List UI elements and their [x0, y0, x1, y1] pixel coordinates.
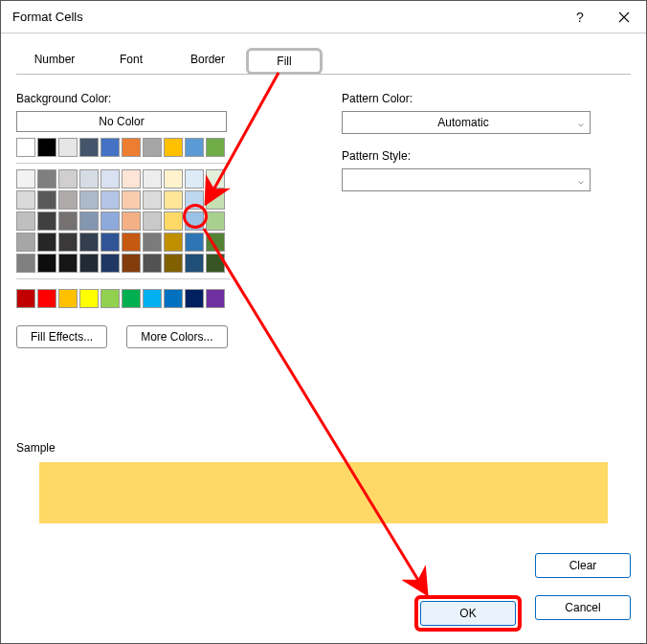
fill-left-pane: Background Color: No Color Fill Effects.…: [16, 92, 303, 348]
sample-preview: [39, 462, 608, 523]
no-color-button[interactable]: No Color: [16, 111, 227, 132]
color-swatch[interactable]: [37, 190, 56, 210]
color-swatch[interactable]: [79, 190, 99, 210]
color-swatch[interactable]: [79, 254, 99, 273]
color-swatch[interactable]: [185, 289, 204, 308]
pattern-color-label: Pattern Color:: [342, 92, 631, 105]
cancel-button[interactable]: Cancel: [535, 595, 631, 620]
color-swatch[interactable]: [37, 233, 56, 252]
help-button[interactable]: ?: [558, 1, 602, 33]
color-swatch[interactable]: [143, 233, 162, 252]
color-swatch[interactable]: [16, 289, 35, 308]
color-swatch[interactable]: [58, 233, 78, 252]
color-swatch[interactable]: [58, 138, 78, 157]
color-swatch[interactable]: [100, 254, 120, 273]
color-swatch[interactable]: [100, 233, 120, 252]
ok-button[interactable]: OK: [420, 601, 516, 626]
pattern-color-value: Automatic: [348, 116, 578, 129]
color-swatch[interactable]: [79, 169, 99, 189]
color-swatch[interactable]: [164, 138, 183, 157]
color-swatch[interactable]: [164, 190, 183, 210]
color-swatch[interactable]: [185, 211, 204, 231]
color-swatch[interactable]: [16, 233, 35, 252]
sample-section: Sample: [16, 441, 631, 523]
tab-bar: Number Font Border Fill: [16, 47, 631, 75]
color-swatch[interactable]: [79, 289, 99, 308]
tab-border[interactable]: Border: [169, 48, 246, 75]
color-swatch[interactable]: [37, 211, 56, 231]
color-swatch[interactable]: [16, 190, 35, 210]
color-swatch[interactable]: [185, 190, 204, 210]
color-swatch[interactable]: [16, 254, 35, 273]
chevron-down-icon: ⌵: [578, 175, 584, 186]
tab-number[interactable]: Number: [16, 48, 93, 75]
color-swatch[interactable]: [100, 211, 120, 231]
color-swatch[interactable]: [79, 138, 99, 157]
color-swatch[interactable]: [143, 169, 162, 189]
color-swatch[interactable]: [206, 289, 225, 308]
color-swatch[interactable]: [143, 289, 162, 308]
color-swatch[interactable]: [58, 289, 78, 308]
tab-font[interactable]: Font: [93, 48, 169, 75]
color-swatch[interactable]: [164, 289, 183, 308]
more-colors-button[interactable]: More Colors...: [126, 325, 227, 348]
color-swatch[interactable]: [58, 190, 78, 210]
color-swatch[interactable]: [206, 211, 225, 231]
color-swatch[interactable]: [37, 289, 56, 308]
ok-annotation: OK: [414, 595, 522, 632]
titlebar: Format Cells ?: [1, 1, 646, 33]
color-swatch[interactable]: [122, 211, 141, 231]
color-swatch[interactable]: [16, 169, 35, 189]
color-swatch[interactable]: [185, 254, 204, 273]
color-swatch[interactable]: [122, 169, 141, 189]
color-swatch[interactable]: [100, 169, 120, 189]
close-button[interactable]: [602, 1, 646, 33]
color-swatch[interactable]: [185, 138, 204, 157]
color-swatch[interactable]: [16, 138, 35, 157]
color-swatch[interactable]: [143, 138, 162, 157]
color-swatch[interactable]: [58, 211, 78, 231]
fill-effects-button[interactable]: Fill Effects...: [16, 325, 107, 348]
color-swatch[interactable]: [164, 254, 183, 273]
background-color-label: Background Color:: [16, 92, 303, 105]
tab-fill[interactable]: Fill: [246, 48, 323, 75]
color-swatch[interactable]: [206, 138, 225, 157]
pattern-style-dropdown[interactable]: ⌵: [342, 168, 591, 191]
fill-right-pane: Pattern Color: Automatic ⌵ Pattern Style…: [342, 92, 631, 348]
color-swatch[interactable]: [122, 289, 141, 308]
color-swatch[interactable]: [143, 254, 162, 273]
close-icon: [618, 11, 630, 23]
color-swatch[interactable]: [37, 138, 56, 157]
color-swatch[interactable]: [122, 254, 141, 273]
color-swatch[interactable]: [143, 190, 162, 210]
dialog-content: Number Font Border Fill Background Color…: [1, 33, 646, 348]
color-swatch[interactable]: [58, 254, 78, 273]
color-swatch[interactable]: [206, 233, 225, 252]
color-swatch[interactable]: [143, 211, 162, 231]
color-swatch[interactable]: [122, 190, 141, 210]
pattern-style-label: Pattern Style:: [342, 149, 631, 163]
color-swatch[interactable]: [206, 190, 225, 210]
color-swatch[interactable]: [37, 169, 56, 189]
color-swatch[interactable]: [58, 169, 78, 189]
color-swatch[interactable]: [164, 169, 183, 189]
color-swatch[interactable]: [206, 169, 225, 189]
color-palette: [16, 138, 231, 308]
color-swatch[interactable]: [185, 169, 204, 189]
pattern-color-dropdown[interactable]: Automatic ⌵: [342, 111, 591, 134]
color-swatch[interactable]: [79, 211, 99, 231]
color-swatch[interactable]: [100, 289, 120, 308]
color-swatch[interactable]: [122, 233, 141, 252]
color-swatch[interactable]: [122, 138, 141, 157]
color-swatch[interactable]: [206, 254, 225, 273]
chevron-down-icon: ⌵: [578, 118, 584, 128]
color-swatch[interactable]: [100, 190, 120, 210]
color-swatch[interactable]: [185, 233, 204, 252]
clear-button[interactable]: Clear: [535, 553, 631, 578]
color-swatch[interactable]: [100, 138, 120, 157]
color-swatch[interactable]: [164, 211, 183, 231]
color-swatch[interactable]: [37, 254, 56, 273]
color-swatch[interactable]: [79, 233, 99, 252]
color-swatch[interactable]: [16, 211, 35, 231]
color-swatch[interactable]: [164, 233, 183, 252]
